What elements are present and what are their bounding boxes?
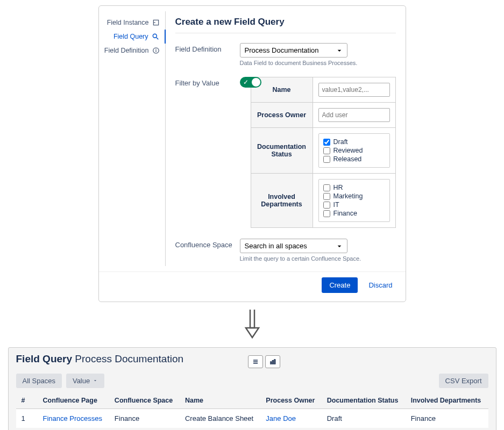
svg-rect-12 [274, 360, 275, 364]
list-view-button[interactable] [248, 355, 263, 368]
owner-link[interactable]: Jane Doe [266, 414, 296, 422]
confluence-space-label: Confluence Space [175, 239, 240, 249]
box-icon [152, 19, 160, 26]
value-filter[interactable]: Value [66, 374, 104, 388]
col-name: Name [180, 392, 260, 409]
filter-table: Name Process Owner Documentation Status [251, 77, 396, 228]
modal-main: Create a new Field Query Field Definitio… [166, 11, 406, 266]
col-page: Confluence Page [38, 392, 109, 409]
confluence-space-hint: Limit the query to a certain Confluence … [240, 255, 396, 262]
dept-finance-checkbox[interactable] [323, 210, 330, 217]
table-row: 1 Finance Processes Finance Create Balan… [16, 409, 488, 428]
svg-rect-11 [272, 361, 273, 364]
filter-name-input[interactable] [318, 83, 390, 97]
confluence-space-select[interactable]: Search in all spaces [240, 239, 347, 253]
svg-point-6 [155, 49, 156, 49]
dept-marketing-checkbox[interactable] [323, 193, 330, 200]
col-num: # [16, 392, 38, 409]
toggle-knob [251, 77, 261, 87]
filter-by-value-toggle[interactable]: ✓ [240, 77, 261, 88]
filter-by-value-label: Filter by Value [175, 77, 240, 87]
divider [175, 33, 396, 33]
sidebar-item-field-instance[interactable]: Field Instance [99, 16, 165, 30]
svg-point-2 [153, 34, 157, 38]
col-depts: Involved Departments [406, 392, 488, 409]
col-status: Documentation Status [322, 392, 406, 409]
field-definition-hint: Data Field to document Business Processe… [240, 60, 396, 66]
arrow-down-icon [242, 309, 263, 341]
sidebar-item-field-definition[interactable]: Field Definition [99, 44, 165, 58]
sidebar-item-label: Field Instance [107, 19, 149, 26]
results-panel: Field Query Process Documentation All Sp… [8, 347, 496, 430]
field-definition-select[interactable]: Process Documentation [240, 43, 347, 58]
status-draft-checkbox[interactable] [323, 139, 330, 146]
csv-export-button[interactable]: CSV Export [439, 374, 488, 388]
filter-involved-departments-label: Involved Departments [251, 174, 313, 228]
chart-view-button[interactable] [265, 355, 280, 368]
create-field-query-modal: Field Instance Field Query Field Definit… [98, 5, 406, 302]
status-reviewed-checkbox[interactable] [323, 147, 330, 154]
checkmark-icon: ✓ [243, 78, 249, 86]
status-released-checkbox[interactable] [323, 156, 330, 163]
search-icon [152, 33, 159, 40]
field-definition-label: Field Definition [175, 43, 240, 53]
sidebar-item-field-query[interactable]: Field Query [99, 30, 166, 44]
dept-hr-checkbox[interactable] [323, 184, 330, 191]
filter-process-owner-input[interactable] [318, 108, 390, 122]
modal-sidebar: Field Instance Field Query Field Definit… [99, 11, 166, 266]
svg-rect-10 [271, 362, 272, 364]
svg-line-3 [156, 38, 158, 40]
filter-documentation-status-label: Documentation Status [251, 128, 313, 174]
filter-process-owner-label: Process Owner [251, 103, 313, 128]
col-space: Confluence Space [109, 392, 180, 409]
info-icon [152, 47, 160, 54]
col-owner: Process Owner [260, 392, 321, 409]
sidebar-item-label: Field Definition [104, 47, 149, 54]
sidebar-item-label: Field Query [113, 33, 148, 40]
chevron-down-icon [93, 377, 98, 385]
dept-it-checkbox[interactable] [323, 202, 330, 209]
discard-button[interactable]: Discard [365, 281, 395, 290]
results-title: Field Query Process Documentation [16, 353, 184, 365]
modal-title: Create a new Field Query [175, 17, 396, 27]
all-spaces-filter[interactable]: All Spaces [16, 374, 62, 388]
create-button[interactable]: Create [322, 277, 358, 293]
results-table: # Confluence Page Confluence Space Name … [16, 392, 488, 428]
page-link[interactable]: Finance Processes [43, 414, 103, 422]
